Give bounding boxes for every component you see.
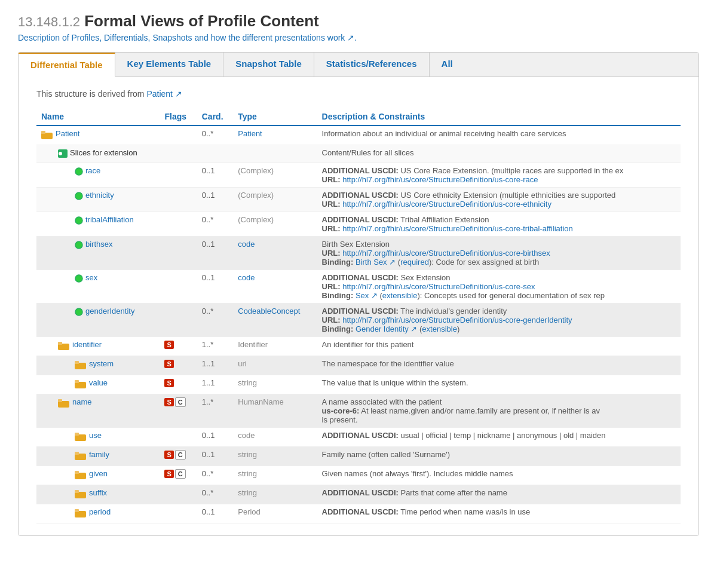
desc-cell: Birth Sex ExtensionURL: http://hl7.org/f… xyxy=(317,237,681,270)
table-row: systemS1..1uriThe namespace for the iden… xyxy=(36,356,681,375)
card-cell: 1..* xyxy=(197,337,234,356)
name-cell: Slices for extension xyxy=(36,145,160,163)
flags-cell xyxy=(160,125,197,145)
row-name-ethnicity[interactable]: ethnicity xyxy=(85,191,114,200)
svg-rect-19 xyxy=(75,433,79,436)
tab-differential[interactable]: Differential Table xyxy=(19,53,115,77)
flags-cell xyxy=(160,145,197,163)
row-name-name-period[interactable]: period xyxy=(89,507,111,516)
row-name-name-given[interactable]: given xyxy=(89,469,108,478)
folder-icon xyxy=(75,378,87,391)
table-row: Patient0..*PatientInformation about an i… xyxy=(36,125,681,145)
name-cell: Patient xyxy=(36,125,160,145)
external-link-icon: ↗ xyxy=(347,33,354,42)
flag-badge-c: C xyxy=(175,469,186,479)
table-row: suffix0..*stringADDITIONAL USCDI: Parts … xyxy=(36,485,681,504)
row-name-genderIdentity[interactable]: genderIdentity xyxy=(85,307,134,316)
row-name-name-family[interactable]: family xyxy=(89,450,109,459)
flags-cell: SC xyxy=(160,447,197,466)
row-name-identifier[interactable]: identifier xyxy=(72,340,102,349)
slice-container-icon xyxy=(58,148,68,160)
desc-cell: ADDITIONAL USCDI: US Core ethnicity Exte… xyxy=(317,188,681,212)
card-cell: 0..* xyxy=(197,212,234,237)
row-name-race[interactable]: race xyxy=(85,166,100,175)
type-cell: string xyxy=(233,447,317,466)
tab-content: This structure is derived from Patient ↗… xyxy=(19,77,698,535)
svg-rect-15 xyxy=(75,380,79,383)
slice-icon xyxy=(75,191,83,202)
desc-cell: Family name (often called 'Surname') xyxy=(317,447,681,466)
derived-link[interactable]: Patient ↗ xyxy=(146,89,182,99)
page-title-text: Formal Views of Profile Content xyxy=(84,12,318,30)
col-flags: Flags xyxy=(160,108,197,125)
folder-icon xyxy=(75,450,87,463)
svg-rect-25 xyxy=(75,490,79,493)
name-cell: name xyxy=(36,394,160,428)
svg-point-5 xyxy=(75,192,82,200)
flag-badge-s: S xyxy=(164,398,173,406)
name-cell: birthsex xyxy=(36,237,160,270)
table-row: valueS1..1stringThe value that is unique… xyxy=(36,375,681,394)
svg-point-8 xyxy=(75,275,82,282)
flag-badge-s: S xyxy=(164,341,173,349)
desc-cell: Information about an individual or anima… xyxy=(317,125,681,145)
flags-cell xyxy=(160,237,197,270)
row-name-name[interactable]: name xyxy=(72,397,92,406)
flag-badge-c: C xyxy=(175,397,186,407)
row-name-name-use[interactable]: use xyxy=(89,431,102,440)
folder-icon xyxy=(58,340,70,353)
svg-point-6 xyxy=(75,217,82,224)
name-cell: period xyxy=(36,504,160,523)
tab-key-elements[interactable]: Key Elements Table xyxy=(115,53,224,76)
desc-cell: Content/Rules for all slices xyxy=(317,145,681,163)
flags-cell: S xyxy=(160,375,197,394)
row-name-birthsex[interactable]: birthsex xyxy=(85,240,113,249)
type-cell: code xyxy=(233,237,317,270)
subtitle-link[interactable]: Description of Profiles, Differentials, … xyxy=(18,33,345,42)
row-name-patient[interactable]: Patient xyxy=(56,129,79,138)
type-cell: string xyxy=(233,466,317,485)
type-cell: string xyxy=(233,485,317,504)
flags-cell xyxy=(160,504,197,523)
table-row: period0..1PeriodADDITIONAL USCDI: Time p… xyxy=(36,504,681,523)
folder-icon xyxy=(58,397,70,410)
type-cell: uri xyxy=(233,356,317,375)
row-name-name-suffix[interactable]: suffix xyxy=(89,488,107,497)
row-name-identifier-value[interactable]: value xyxy=(89,378,108,387)
type-cell: Period xyxy=(233,504,317,523)
page-title: 13.148.1.2 Formal Views of Profile Conte… xyxy=(18,12,699,30)
card-cell: 1..1 xyxy=(197,356,234,375)
table-row: sex0..1codeADDITIONAL USCDI: Sex Extensi… xyxy=(36,270,681,304)
desc-cell: ADDITIONAL USCDI: Parts that come after … xyxy=(317,485,681,504)
page-title-ip: 13.148.1.2 xyxy=(18,14,80,29)
svg-rect-13 xyxy=(75,361,79,364)
name-cell: value xyxy=(36,375,160,394)
flags-cell xyxy=(160,212,197,237)
card-cell xyxy=(197,145,234,163)
col-card: Card. xyxy=(197,108,234,125)
folder-icon xyxy=(75,469,87,482)
name-cell: race xyxy=(36,163,160,188)
type-cell: Patient xyxy=(233,125,317,145)
flag-badge-s: S xyxy=(164,470,173,478)
table-row: nameSC1..*HumanNameA name associated wit… xyxy=(36,394,681,428)
row-name-sex[interactable]: sex xyxy=(85,273,97,282)
card-cell: 0..1 xyxy=(197,504,234,523)
row-name-identifier-system[interactable]: system xyxy=(89,359,114,368)
flag-badge-s: S xyxy=(164,379,173,387)
tab-snapshot[interactable]: Snapshot Table xyxy=(223,53,314,76)
tab-statistics[interactable]: Statistics/References xyxy=(314,53,430,76)
table-row: birthsex0..1codeBirth Sex ExtensionURL: … xyxy=(36,237,681,270)
slice-icon xyxy=(75,307,83,318)
name-cell: tribalAffiliation xyxy=(36,212,160,237)
name-cell: given xyxy=(36,466,160,485)
tab-all[interactable]: All xyxy=(430,53,465,76)
desc-cell: An identifier for this patient xyxy=(317,337,681,356)
desc-cell: Given names (not always 'first'). Includ… xyxy=(317,466,681,485)
desc-cell: The namespace for the identifier value xyxy=(317,356,681,375)
svg-rect-27 xyxy=(75,509,79,512)
card-cell: 0..1 xyxy=(197,188,234,212)
row-name-tribalAffiliation[interactable]: tribalAffiliation xyxy=(85,215,134,224)
slice-icon xyxy=(75,215,83,226)
card-cell: 1..1 xyxy=(197,375,234,394)
